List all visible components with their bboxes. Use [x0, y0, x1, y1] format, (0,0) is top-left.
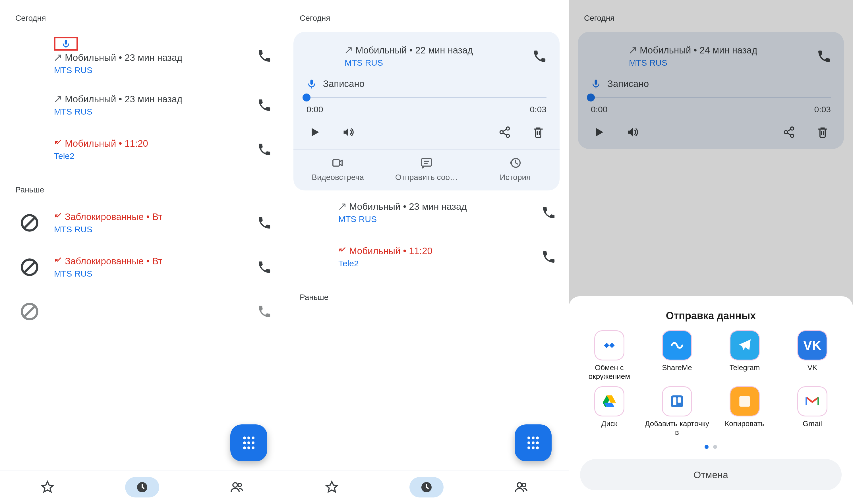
- blocked-avatar: [15, 209, 44, 237]
- share-app[interactable]: Диск: [576, 386, 642, 437]
- phone-icon[interactable]: [257, 304, 272, 319]
- avatar: [300, 198, 328, 227]
- share-app[interactable]: ShareMe: [644, 330, 710, 381]
- dialpad-fab[interactable]: [515, 425, 552, 461]
- video-icon: [331, 156, 344, 169]
- app-icon: [730, 386, 760, 416]
- svg-rect-26: [739, 396, 750, 407]
- phone-icon[interactable]: [541, 205, 556, 220]
- nav-contacts[interactable]: [220, 477, 254, 498]
- delete-button[interactable]: [530, 124, 547, 140]
- carrier-label: Tele2: [338, 259, 541, 268]
- recording-section: Записано 0:000:03: [294, 78, 559, 149]
- call-entry[interactable]: Заблокированные • Вт MTS RUS: [0, 201, 284, 245]
- svg-rect-25: [678, 397, 681, 403]
- app-label: Обмен с окружением: [576, 363, 642, 381]
- call-info-line: Мобильный • 22 мин назад: [344, 45, 532, 56]
- play-button[interactable]: [306, 124, 323, 140]
- share-app[interactable]: VKVK: [780, 330, 845, 381]
- share-button[interactable]: [496, 124, 513, 140]
- call-entry[interactable]: Мобильный • 23 мин назад MTS RUS: [0, 29, 284, 83]
- missed-icon: [338, 247, 346, 255]
- app-label: Диск: [601, 419, 618, 428]
- call-entry[interactable]: Мобильный • 24 мин назад MTS RUS: [578, 32, 844, 78]
- call-entry[interactable]: Мобильный • 23 мин назад MTS RUS: [284, 191, 569, 235]
- speaker-button[interactable]: [624, 124, 641, 140]
- play-icon: [593, 126, 605, 139]
- share-app[interactable]: Добавить карточку в: [644, 386, 710, 437]
- call-info-line: Мобильный • 24 мин назад: [629, 45, 817, 56]
- carrier-label: MTS RUS: [54, 66, 257, 75]
- app-icon: [594, 386, 624, 416]
- play-button[interactable]: [591, 124, 607, 140]
- nav-contacts[interactable]: [504, 477, 538, 498]
- call-entry[interactable]: Мобильный • 11:20 Tele2: [284, 235, 569, 279]
- call-info-line: Мобильный • 23 мин назад: [54, 94, 257, 105]
- call-entry[interactable]: Заблокированные • Вт MTS RUS: [0, 245, 284, 289]
- block-icon: [19, 301, 40, 322]
- blocked-avatar: [15, 253, 44, 282]
- share-app[interactable]: Копировать: [712, 386, 777, 437]
- progress-thumb[interactable]: [303, 93, 310, 102]
- dialpad-icon: [525, 434, 541, 451]
- call-entry[interactable]: [0, 289, 284, 334]
- progress-bar[interactable]: [591, 97, 831, 98]
- star-icon: [325, 481, 339, 494]
- recorded-label: Записано: [323, 78, 365, 89]
- nav-recents[interactable]: [125, 477, 159, 498]
- share-button[interactable]: [781, 124, 797, 140]
- progress-bar[interactable]: [306, 97, 547, 98]
- action-video[interactable]: Видеовстреча: [294, 149, 382, 191]
- app-icon: [662, 386, 692, 416]
- share-icon: [783, 126, 795, 139]
- time-end: 0:03: [530, 105, 547, 114]
- phone-icon[interactable]: [541, 250, 556, 264]
- missed-icon: [54, 140, 62, 147]
- avatar: [306, 42, 334, 71]
- phone-icon[interactable]: [817, 49, 831, 64]
- mic-icon: [306, 79, 317, 89]
- avatar: [15, 135, 44, 164]
- call-entry[interactable]: Мобильный • 23 мин назад MTS RUS: [0, 83, 284, 127]
- app-label: Добавить карточку в: [644, 419, 710, 437]
- action-history[interactable]: История: [471, 149, 559, 191]
- call-entry[interactable]: Мобильный • 22 мин назад MTS RUS: [294, 32, 559, 78]
- call-info-line: Мобильный • 11:20: [338, 246, 541, 256]
- carrier-label: MTS RUS: [54, 107, 257, 116]
- progress-thumb[interactable]: [587, 93, 595, 102]
- call-info-line: Заблокированные • Вт: [54, 212, 257, 222]
- speaker-icon: [342, 126, 355, 139]
- delete-button[interactable]: [814, 124, 831, 140]
- outgoing-icon: [54, 95, 62, 103]
- trash-icon: [532, 126, 545, 139]
- call-info-line: Мобильный • 23 мин назад: [54, 52, 257, 63]
- play-icon: [308, 126, 321, 139]
- clock-icon: [135, 481, 149, 494]
- people-icon: [514, 481, 528, 494]
- cancel-button[interactable]: Отмена: [580, 459, 842, 490]
- nav-favorites[interactable]: [315, 477, 349, 498]
- share-app[interactable]: Обмен с окружением: [576, 330, 642, 381]
- phone-icon[interactable]: [257, 215, 272, 230]
- missed-icon: [54, 213, 62, 221]
- time-start: 0:00: [591, 105, 607, 114]
- speaker-button[interactable]: [340, 124, 357, 140]
- nav-recents[interactable]: [409, 477, 444, 498]
- nav-favorites[interactable]: [31, 477, 65, 498]
- call-entry[interactable]: Мобильный • 11:20 Tele2: [0, 127, 284, 172]
- people-icon: [230, 481, 244, 494]
- phone-icon[interactable]: [257, 142, 272, 157]
- star-icon: [41, 481, 54, 494]
- outgoing-icon: [54, 54, 62, 62]
- app-label: ShareMe: [662, 363, 692, 372]
- call-info-line: Заблокированные • Вт: [54, 256, 257, 267]
- phone-icon[interactable]: [532, 49, 547, 64]
- action-message[interactable]: Отправить соо…: [382, 149, 471, 191]
- share-app[interactable]: Telegram: [712, 330, 777, 381]
- phone-icon[interactable]: [257, 98, 272, 112]
- phone-icon[interactable]: [257, 49, 272, 64]
- app-icon: [594, 330, 624, 360]
- dialpad-fab[interactable]: [230, 425, 267, 461]
- share-app[interactable]: Gmail: [780, 386, 845, 437]
- phone-icon[interactable]: [257, 260, 272, 275]
